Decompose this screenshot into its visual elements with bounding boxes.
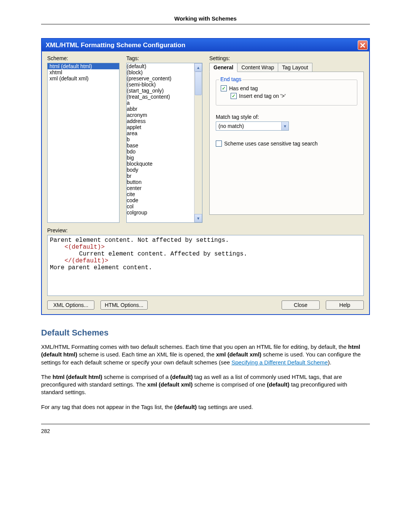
list-item[interactable]: big (127, 155, 194, 161)
list-item[interactable]: area (127, 130, 194, 136)
match-tag-combo[interactable]: (no match) ▼ (216, 121, 289, 131)
list-item[interactable]: colgroup (127, 209, 194, 216)
close-icon[interactable] (358, 40, 368, 50)
tab-tag-layout[interactable]: Tag Layout (278, 63, 312, 72)
chevron-down-icon[interactable]: ▼ (281, 122, 288, 130)
list-item[interactable]: a (127, 100, 194, 106)
checkbox-label: Insert end tag on '>' (239, 93, 286, 99)
checkbox-label: Has end tag (229, 85, 258, 91)
list-item[interactable]: center (127, 185, 194, 191)
list-item[interactable]: b (127, 136, 194, 142)
scheme-label: Scheme: (47, 55, 119, 61)
section-heading: Default Schemes (41, 328, 370, 338)
end-tags-fieldset: End tags Has end tag Insert end tag on '… (216, 80, 357, 105)
list-item[interactable]: (start_tag_only) (127, 88, 194, 94)
list-item[interactable]: (semi-block) (127, 81, 194, 88)
list-item[interactable]: acronym (127, 112, 194, 118)
list-item[interactable]: cite (127, 191, 194, 197)
list-item[interactable]: applet (127, 124, 194, 130)
scroll-up-icon[interactable]: ▲ (194, 63, 202, 72)
list-item[interactable]: (preserve_content) (127, 75, 194, 81)
xml-options-button[interactable]: XML Options... (47, 300, 94, 310)
scroll-thumb[interactable] (195, 72, 202, 95)
scrollbar[interactable]: ▲ ▼ (194, 63, 202, 222)
list-item[interactable]: button (127, 179, 194, 185)
list-item[interactable]: xhtml (48, 69, 119, 75)
list-item[interactable]: (treat_as_content) (127, 94, 194, 100)
list-item[interactable]: xml (default xml) (48, 75, 119, 81)
list-item[interactable]: code (127, 197, 194, 203)
preview-line: More parent element content. (50, 264, 152, 271)
list-item[interactable]: abbr (127, 106, 194, 112)
tab-content-wrap[interactable]: Content Wrap (237, 63, 278, 72)
preview-box: Parent element content. Not affected by … (47, 235, 364, 296)
close-button[interactable]: Close (282, 300, 320, 310)
list-item[interactable]: body (127, 167, 194, 173)
combo-value: (no match) (216, 123, 281, 129)
checkbox-icon (216, 141, 222, 147)
insert-end-tag-checkbox[interactable]: Insert end tag on '>' (231, 93, 352, 99)
list-item[interactable]: col (127, 203, 194, 209)
html-options-button[interactable]: HTML Options... (100, 300, 148, 310)
page-header: Working with Schemes (41, 15, 370, 24)
page-number: 282 (41, 424, 370, 434)
preview-tag: </(default)> (64, 257, 108, 264)
settings-label: Settings: (209, 55, 364, 61)
dialog-window: XML/HTML Formatting Scheme Configuration… (41, 38, 370, 315)
list-item[interactable]: address (127, 118, 194, 124)
has-end-tag-checkbox[interactable]: Has end tag (221, 85, 352, 91)
list-item[interactable]: br (127, 173, 194, 179)
help-button[interactable]: Help (326, 300, 364, 310)
checkbox-label: Scheme uses case sensitive tag search (224, 141, 318, 147)
match-tag-label: Match tag style of: (216, 114, 357, 120)
tags-label: Tags: (126, 55, 202, 61)
tab-general[interactable]: General (209, 63, 237, 72)
tags-listbox[interactable]: (default) (block) (preserve_content) (se… (127, 63, 194, 222)
window-title: XML/HTML Formatting Scheme Configuration (46, 42, 185, 49)
list-item[interactable]: base (127, 142, 194, 149)
preview-line: Current element content. Affected by set… (79, 251, 247, 257)
paragraph: XML/HTML Formatting comes with two defau… (41, 343, 370, 366)
fieldset-legend: End tags (219, 76, 242, 82)
tab-panel-general: End tags Has end tag Insert end tag on '… (209, 72, 364, 215)
list-item[interactable]: (block) (127, 69, 194, 75)
list-item[interactable]: bdo (127, 149, 194, 155)
paragraph: The html (default html) scheme is compri… (41, 373, 370, 396)
checkbox-icon (231, 93, 237, 99)
titlebar: XML/HTML Formatting Scheme Configuration (42, 39, 369, 51)
scroll-down-icon[interactable]: ▼ (194, 214, 202, 222)
scheme-listbox[interactable]: html (default html) xhtml xml (default x… (47, 63, 119, 223)
link-specifying-default-scheme[interactable]: Specifying a Different Default Scheme (231, 359, 328, 366)
case-sensitive-checkbox[interactable]: Scheme uses case sensitive tag search (216, 141, 357, 147)
list-item[interactable]: blockquote (127, 161, 194, 167)
preview-tag: <(default)> (64, 244, 105, 251)
checkbox-icon (221, 85, 227, 91)
paragraph: For any tag that does not appear in the … (41, 403, 370, 411)
preview-line: Parent element content. Not affected by … (50, 237, 229, 244)
list-item[interactable]: (default) (127, 63, 194, 69)
preview-label: Preview: (47, 227, 364, 233)
list-item[interactable]: html (default html) (48, 63, 119, 69)
